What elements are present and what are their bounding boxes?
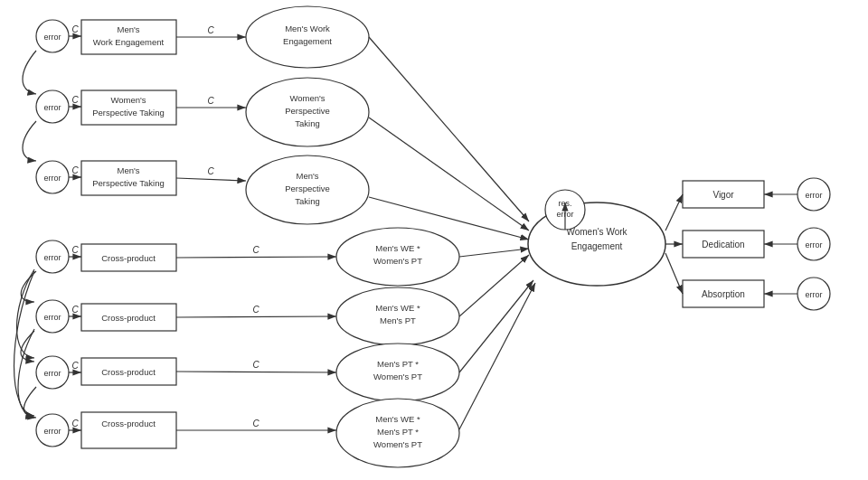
- arrow-r6-el6: [176, 372, 336, 372]
- ellipse-label-cross4-3: Women's PT: [373, 439, 422, 449]
- label-womens-pt-2: Perspective Taking: [92, 108, 165, 118]
- arrow-r3-el3: [176, 178, 246, 181]
- ellipse-label-mens-pt-2: Perspective: [285, 184, 330, 193]
- ellipse-label-mens-we-1: Men's Work: [285, 24, 330, 33]
- arrow-el4-wwe: [459, 249, 529, 257]
- error-absorption-label: error: [805, 290, 822, 299]
- error-label-5: error: [43, 313, 61, 322]
- arrow-el2-wwe: [369, 118, 529, 231]
- label-mens-pt-2: Perspective Taking: [92, 178, 165, 188]
- cov-e2-e3: [23, 121, 36, 161]
- label-mens-work-engagement: Men's: [117, 24, 139, 34]
- label-cross-product-2: Cross-product: [101, 313, 156, 323]
- c-label-r2-el2: C: [207, 96, 214, 106]
- rect-cross-product-4: [81, 412, 176, 448]
- ellipse-label-mens-pt-3: Taking: [295, 196, 319, 206]
- label-mens-pt-1: Men's: [117, 165, 139, 175]
- arrow-wwe-absorption: [665, 253, 683, 294]
- ellipse-label-cross1-1: Men's WE *: [375, 243, 420, 253]
- c-label-1: C: [71, 24, 79, 34]
- cov-e5-e7: [18, 329, 34, 418]
- ellipse-label-cross3-2: Women's PT: [373, 372, 422, 381]
- c-label-5: C: [71, 305, 79, 315]
- ellipse-label-cross3-1: Men's PT *: [377, 359, 419, 369]
- label-dedication: Dedication: [702, 240, 744, 249]
- c-label-2: C: [71, 95, 79, 105]
- c-label-r4-el4: C: [252, 245, 259, 255]
- arrow-el1-wwe: [369, 37, 529, 221]
- error-label-3: error: [43, 174, 61, 183]
- error-label-2: error: [43, 103, 61, 112]
- ellipse-label-mens-we-2: Engagement: [283, 36, 332, 46]
- label-absorption: Absorption: [702, 289, 745, 299]
- label-wwe-2: Engagement: [571, 241, 623, 251]
- error-dedication-label: error: [805, 240, 822, 249]
- structural-equation-model: error error error error error error erro…: [0, 0, 868, 480]
- ellipse-label-cross4-1: Men's WE *: [375, 414, 420, 424]
- cov-e6-e7: [24, 387, 37, 418]
- ellipse-label-cross2-1: Men's WE *: [375, 303, 420, 313]
- error-label-7: error: [43, 427, 61, 436]
- c-label-r5-el5: C: [252, 305, 259, 315]
- arrow-wwe-vigor: [665, 194, 683, 231]
- ellipse-label-mens-pt-1: Men's: [296, 171, 318, 181]
- ellipse-label-cross4-2: Men's PT *: [377, 427, 419, 437]
- error-vigor-label: error: [805, 191, 822, 200]
- label-cross-product-4: Cross-product: [101, 419, 156, 428]
- arrow-r4-el4: [176, 257, 336, 258]
- c-label-r1-el1: C: [207, 25, 214, 35]
- label-vigor: Vigor: [712, 190, 734, 200]
- ellipse-label-cross1-2: Women's PT: [373, 256, 422, 266]
- error-label-1: error: [43, 33, 61, 42]
- error-label-4: error: [43, 253, 61, 262]
- ellipse-label-womens-pt-3: Taking: [295, 118, 319, 128]
- label-wwe-1: Women's Work: [566, 227, 627, 237]
- c-label-r7-el7: C: [252, 419, 259, 428]
- ellipse-label-womens-pt-1: Women's: [289, 93, 325, 103]
- arrow-r5-el5: [176, 316, 336, 317]
- label-cross-product-1: Cross-product: [101, 253, 156, 263]
- error-label-6: error: [43, 369, 61, 378]
- cov-e1-e2: [23, 51, 36, 94]
- arrow-el5-wwe: [459, 255, 529, 316]
- label-mens-work-engagement-2: Work Engagement: [93, 37, 165, 47]
- c-label-7: C: [71, 419, 79, 428]
- c-label-6: C: [71, 361, 79, 371]
- c-label-r3-el3: C: [207, 166, 214, 176]
- c-label-3: C: [71, 165, 79, 175]
- ellipse-label-womens-pt-2: Perspective: [285, 106, 330, 116]
- diagram-container: error error error error error error erro…: [0, 0, 868, 480]
- ellipse-label-cross2-2: Men's PT: [380, 315, 416, 325]
- label-womens-pt-1: Women's: [110, 95, 146, 105]
- label-cross-product-3: Cross-product: [101, 367, 156, 377]
- arrow-el7-wwe: [459, 283, 535, 429]
- c-label-4: C: [71, 245, 79, 255]
- c-label-r6-el6: C: [252, 360, 259, 370]
